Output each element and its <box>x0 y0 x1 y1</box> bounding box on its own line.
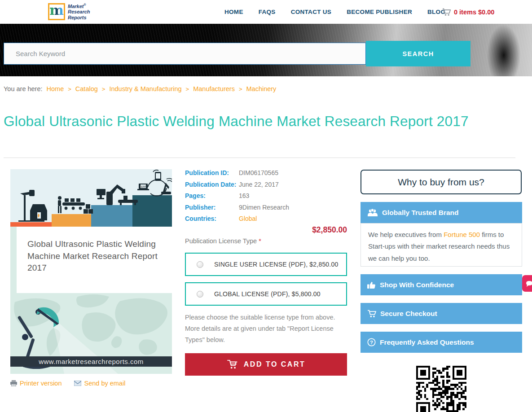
breadcrumb-manufacturers[interactable]: Manufacturers <box>193 85 235 92</box>
detail-row-publisher: Publisher: 9Dimen Research <box>185 204 347 211</box>
detail-value: June 22, 2017 <box>239 181 279 188</box>
fortune-500-link[interactable]: Fortune 500 <box>444 231 480 238</box>
countries-global-link[interactable]: Global <box>239 215 257 222</box>
cover-title: Global Ultrasonic Plastic Welding Machin… <box>27 238 163 274</box>
license-option-label: SINGLE USER LICENSE (PDF), $2,850.00 <box>214 261 338 268</box>
breadcrumb-separator: > <box>186 86 189 92</box>
share-links: Printer version Send by email <box>10 380 125 387</box>
breadcrumb-separator: > <box>239 86 242 92</box>
logo-m-mark: m <box>48 3 65 20</box>
chat-bubble-icon <box>526 281 532 287</box>
nav-home[interactable]: HOME <box>224 9 243 15</box>
cart-count: 0 items $0.00 <box>454 9 494 16</box>
breadcrumb: You are here: Home > Catalog > Industry … <box>4 85 276 92</box>
trusted-brand-body: We help executives from Fortune 500 firm… <box>361 223 522 267</box>
license-option-single-user[interactable]: SINGLE USER LICENSE (PDF), $2,850.00 <box>185 253 347 276</box>
qr-code <box>416 366 466 412</box>
cover-url: www.marketresearchreports.com <box>10 356 172 367</box>
price: $2,850.00 <box>185 225 347 235</box>
page-title: Global Ultrasonic Plastic Welding Machin… <box>4 111 497 132</box>
detail-value: 163 <box>239 192 249 199</box>
chat-widget-button[interactable] <box>522 275 532 292</box>
sidebar-faq[interactable]: ? Frequently Asked Questions <box>361 332 522 353</box>
thumbs-up-icon <box>367 281 376 289</box>
title-divider <box>4 158 515 158</box>
nav-faqs[interactable]: FAQS <box>259 9 276 15</box>
users-icon <box>367 209 378 217</box>
license-type-label: Publication License Type * <box>185 237 261 245</box>
breadcrumb-separator: > <box>68 86 71 92</box>
sidebar-shop-with-confidence[interactable]: Shop With Confidence <box>361 274 522 295</box>
sidebar-section-title: Secure Checkout <box>380 310 437 318</box>
send-by-email-link[interactable]: Send by email <box>74 380 125 387</box>
svg-text:?: ? <box>370 340 373 345</box>
license-note: Please choose the suitable license type … <box>185 312 347 346</box>
breadcrumb-prefix: You are here: <box>4 85 43 92</box>
license-radio[interactable] <box>197 291 203 298</box>
cart-icon <box>367 310 376 318</box>
license-radio[interactable] <box>197 261 203 268</box>
breadcrumb-home[interactable]: Home <box>47 85 64 92</box>
main-nav: HOME FAQS CONTACT US BECOME PUBLISHER BL… <box>224 0 445 24</box>
question-icon: ? <box>367 338 376 346</box>
top-header: m Market® Research Reports HOME FAQS CON… <box>0 0 532 24</box>
detail-row-publication-id: Publication ID: DIM06170565 <box>185 169 347 176</box>
search-input[interactable] <box>4 43 366 65</box>
breadcrumb-catalog[interactable]: Catalog <box>75 85 98 92</box>
sidebar-globally-trusted-brand[interactable]: Globally Trusted Brand <box>361 202 522 223</box>
email-icon <box>74 381 81 386</box>
sidebar-section-title: Frequently Asked Questions <box>380 338 474 346</box>
sidebar-section-title: Shop With Confidence <box>380 281 454 289</box>
detail-value: 9Dimen Research <box>239 204 289 211</box>
report-cover-image: ERP Global Ultrasonic Plastic Welding Ma… <box>10 169 172 374</box>
sidebar-section-title: Globally Trusted Brand <box>382 209 459 217</box>
publication-details: Publication ID: DIM06170565 Publication … <box>185 169 347 227</box>
detail-label: Publication Date: <box>185 181 239 188</box>
breadcrumb-separator: > <box>102 86 106 92</box>
detail-label: Publication ID: <box>185 169 239 176</box>
cart-icon <box>227 359 238 369</box>
sidebar-secure-checkout[interactable]: Secure Checkout <box>361 303 522 324</box>
cover-industry-illustration: ERP <box>10 169 172 227</box>
logo-brand-text: Market® Research Reports <box>68 3 90 21</box>
cart-icon <box>442 8 451 16</box>
product-page: m Market® Research Reports HOME FAQS CON… <box>0 0 532 412</box>
detail-label: Pages: <box>185 192 239 199</box>
svg-text:ERP: ERP <box>141 185 146 188</box>
required-asterisk: * <box>259 237 261 245</box>
site-logo[interactable]: m Market® Research Reports <box>48 3 90 21</box>
detail-label: Countries: <box>185 215 239 222</box>
detail-row-publication-date: Publication Date: June 22, 2017 <box>185 181 347 188</box>
cover-title-panel: Global Ultrasonic Plastic Welding Machin… <box>17 227 172 293</box>
detail-value: DIM06170565 <box>239 169 278 176</box>
add-to-cart-button[interactable]: ADD TO CART <box>185 353 347 376</box>
nav-become-publisher[interactable]: BECOME PUBLISHER <box>347 9 412 15</box>
nav-contact-us[interactable]: CONTACT US <box>291 9 332 15</box>
printer-icon <box>10 380 17 386</box>
detail-label: Publisher: <box>185 204 239 211</box>
registered-mark: ® <box>84 3 86 6</box>
printer-version-link[interactable]: Printer version <box>10 380 62 387</box>
license-option-label: GLOBAL LICENSE (PDF), $5,800.00 <box>214 290 321 298</box>
detail-row-countries: Countries: Global <box>185 215 347 222</box>
detail-row-pages: Pages: 163 <box>185 192 347 199</box>
license-option-global[interactable]: GLOBAL LICENSE (PDF), $5,800.00 <box>185 282 347 306</box>
breadcrumb-industry-manufacturing[interactable]: Industry & Manufacturing <box>109 85 181 92</box>
search-button[interactable]: SEARCH <box>366 41 470 66</box>
header-cart[interactable]: 0 items $0.00 <box>442 0 494 24</box>
why-to-buy-box[interactable]: Why to buy from us? <box>361 170 522 194</box>
breadcrumb-machinery[interactable]: Machinery <box>246 85 276 92</box>
